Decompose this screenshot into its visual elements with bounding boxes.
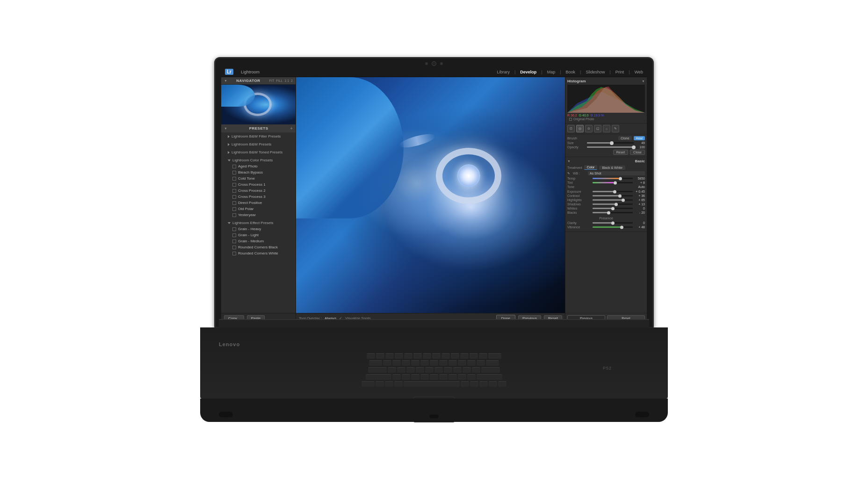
nav-develop[interactable]: Develop: [520, 70, 536, 74]
key[interactable]: [441, 353, 450, 359]
nav-book[interactable]: Book: [566, 70, 576, 74]
key[interactable]: [451, 353, 459, 359]
key[interactable]: [430, 374, 438, 380]
preset-item-cross-process-1[interactable]: Cross Process 1: [221, 181, 296, 188]
preset-item-aged-photo[interactable]: Aged Photo: [221, 163, 296, 169]
key[interactable]: [432, 353, 441, 359]
thumb-2[interactable]: [622, 198, 625, 202]
key[interactable]: [467, 374, 476, 380]
nav-web[interactable]: Web: [635, 70, 643, 74]
basic-expand-icon[interactable]: ▼: [567, 160, 571, 163]
nav-print[interactable]: Print: [615, 70, 624, 74]
slider-5[interactable]: [593, 212, 633, 213]
key[interactable]: [425, 367, 434, 373]
key-backspace[interactable]: [488, 353, 501, 359]
key[interactable]: [420, 374, 429, 380]
presence-thumb-1[interactable]: [620, 225, 623, 229]
key-tab[interactable]: [369, 360, 382, 366]
key-ctrl-r[interactable]: [470, 381, 478, 387]
presets-add-btn[interactable]: +: [290, 126, 293, 131]
key-enter2[interactable]: [481, 367, 500, 373]
keyboard[interactable]: [219, 353, 649, 393]
key[interactable]: [420, 360, 429, 366]
key-space[interactable]: [404, 381, 460, 387]
key[interactable]: [392, 360, 401, 366]
preset-group-bw-toned-header[interactable]: Lightroom B&W Toned Presets: [221, 149, 296, 155]
tint-thumb[interactable]: [614, 181, 617, 184]
preset-item-grain-light[interactable]: Grain - Light: [221, 232, 296, 238]
preset-group-bw-filter-header[interactable]: Lightroom B&W Filter Presets: [221, 133, 296, 139]
key-fn[interactable]: [376, 381, 384, 387]
redeye-tool[interactable]: ⊙: [585, 125, 593, 132]
key-right[interactable]: [498, 381, 506, 387]
key[interactable]: [411, 360, 420, 366]
key[interactable]: [448, 360, 457, 366]
key[interactable]: [463, 367, 471, 373]
key[interactable]: [413, 353, 422, 359]
key[interactable]: [439, 360, 448, 366]
key[interactable]: [406, 367, 415, 373]
key[interactable]: [479, 353, 487, 359]
reset-btn[interactable]: Reset: [613, 150, 628, 155]
key[interactable]: [477, 360, 485, 366]
key[interactable]: [444, 367, 452, 373]
close-btn[interactable]: Close: [630, 150, 645, 155]
tool-buttons[interactable]: ⊡ ◎ ⊙ ◱ ○ ✎: [565, 123, 647, 134]
slider-3[interactable]: [593, 203, 633, 205]
presets-header[interactable]: ▼ Presets +: [221, 124, 296, 132]
key[interactable]: [458, 374, 466, 380]
presence-slider-0[interactable]: [593, 222, 633, 224]
key-up-down[interactable]: [489, 381, 497, 387]
key[interactable]: [395, 353, 403, 359]
wb-value[interactable]: As Shot: [588, 171, 645, 175]
opacity-thumb[interactable]: [632, 145, 636, 149]
heal-tool[interactable]: ◎: [576, 125, 584, 132]
key[interactable]: [472, 367, 480, 373]
navigator-header[interactable]: ▼ Navigator FIT FILL 1:1 2: [221, 77, 296, 85]
key[interactable]: [385, 353, 394, 359]
nav-items[interactable]: Library | Develop | Map | Book | Slidesh…: [497, 70, 643, 74]
temp-thumb[interactable]: [619, 177, 622, 180]
tint-slider[interactable]: [593, 182, 633, 183]
key-enter[interactable]: [486, 360, 499, 366]
clone-btn[interactable]: Clone: [618, 136, 631, 140]
tone-auto[interactable]: Auto: [638, 185, 645, 189]
key[interactable]: [434, 367, 443, 373]
key[interactable]: [367, 353, 375, 359]
thumb-3[interactable]: [615, 203, 618, 206]
key[interactable]: [383, 360, 391, 366]
key-left[interactable]: [479, 381, 488, 387]
preset-item-old-polar[interactable]: Old Polar: [221, 206, 296, 212]
key[interactable]: [388, 367, 396, 373]
thumb-4[interactable]: [611, 207, 615, 210]
key-alt-l[interactable]: [394, 381, 403, 387]
nav-fit[interactable]: FIT: [269, 79, 275, 82]
color-treatment-btn[interactable]: Color: [584, 165, 598, 170]
key[interactable]: [467, 360, 476, 366]
key[interactable]: [411, 374, 420, 380]
key-ctrl-l[interactable]: [362, 381, 375, 387]
thumb-5[interactable]: [607, 211, 610, 214]
nav-2[interactable]: 2: [291, 79, 293, 82]
key[interactable]: [453, 367, 462, 373]
opacity-slider[interactable]: [587, 146, 634, 148]
key[interactable]: [448, 374, 457, 380]
preset-item-grain-medium[interactable]: Grain - Medium: [221, 238, 296, 244]
presence-slider-1[interactable]: [593, 226, 633, 228]
size-thumb[interactable]: [610, 141, 614, 145]
key-shift-l[interactable]: [366, 374, 391, 380]
preset-item-cross-process-3[interactable]: Cross Process 3: [221, 194, 296, 200]
key[interactable]: [416, 367, 424, 373]
key-alt-r[interactable]: [461, 381, 469, 387]
thumb-0[interactable]: [613, 190, 616, 193]
slider-0[interactable]: [593, 191, 633, 192]
radial-tool[interactable]: ○: [603, 125, 610, 132]
key-win[interactable]: [385, 381, 393, 387]
crop-tool[interactable]: ⊡: [567, 125, 575, 132]
key-shift-r[interactable]: [477, 374, 502, 380]
histogram-expand-icon[interactable]: ▼: [642, 80, 645, 83]
eyedropper-icon[interactable]: ✎: [567, 172, 570, 175]
bw-treatment-btn[interactable]: Black & White: [599, 166, 625, 170]
preset-item-bleach-bypass[interactable]: Bleach Bypass: [221, 169, 296, 175]
brush-tool[interactable]: ✎: [612, 125, 619, 132]
